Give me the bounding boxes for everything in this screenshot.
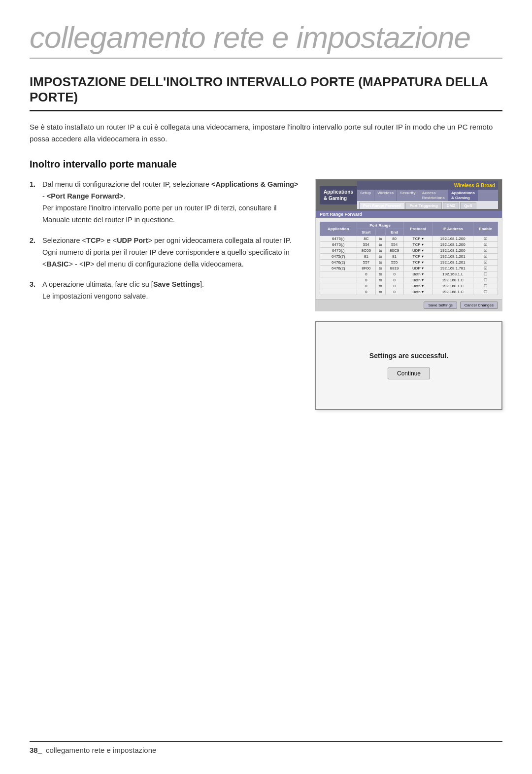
footer-text: collegamento rete e impostazione [46, 746, 156, 754]
step-2: 2. Selezionare <TCP> e <UDP Port> per og… [30, 235, 300, 270]
router-app-gaming-panel: Applications& Gaming [320, 186, 357, 204]
table-row: 0 to 0 Both ▾ 192.168.1.C ☐ [320, 277, 498, 283]
th-ip-address: IP Address [432, 222, 473, 236]
router-brand-bar: Wireless G Broad [357, 181, 498, 190]
subsection-title: Inoltro intervallo porte manuale [30, 159, 502, 170]
success-dialog: Settings are successful. Continue [315, 321, 502, 410]
sub-tab-dmz[interactable]: DMZ [443, 202, 459, 209]
page-title: collegamento rete e impostazione [30, 20, 502, 59]
step-3-content: A operazione ultimata, fare clic su [Sav… [42, 279, 300, 303]
th-port-range: Port Range [357, 222, 403, 229]
th-to [376, 229, 385, 236]
table-row: 6476(2) 8F00 to 8819 UDP ▾ 192.168.1.781… [320, 266, 498, 271]
save-settings-button[interactable]: Save Settings [424, 302, 457, 309]
th-protocol: Protocol [403, 222, 432, 236]
router-brand-text: Wireless G Broad [454, 183, 495, 188]
success-message: Settings are successful. [369, 352, 448, 360]
table-row: 6475(:) 8C to 80 TCP ▾ 192.168.1.200 ☑ [320, 236, 498, 242]
continue-button[interactable]: Continue [388, 368, 430, 379]
nav-tab-setup[interactable]: Setup [357, 190, 374, 201]
nav-tab-security[interactable]: Security [397, 190, 419, 201]
router-footer: Save Settings Cancel Changes [316, 299, 502, 311]
section-title: IMPOSTAZIONE DELL'INOLTRO INTERVALLO POR… [30, 74, 502, 111]
router-sub-tabs: Port Range Forward Port Triggering DMZ Q… [357, 201, 498, 209]
router-ui-screenshot: Applications& Gaming Wireless G Broad Se… [315, 179, 502, 311]
step-1-content: Dal menu di configurazione del router IP… [42, 179, 300, 226]
port-table-wrapper: Application Port Range Protocol IP Addre… [316, 218, 502, 299]
sub-tab-port-range[interactable]: Port Range Forward [359, 202, 404, 209]
page-number: 38_ [30, 746, 42, 754]
content-columns: 1. Dal menu di configurazione del router… [30, 179, 502, 410]
sub-tab-qos[interactable]: QoS [460, 202, 476, 209]
nav-tab-wireless[interactable]: Wireless [374, 190, 397, 201]
step-3-num: 3. [30, 279, 38, 303]
nav-tab-applications[interactable]: Applications& Gaming [448, 190, 478, 201]
step-2-content: Selezionare <TCP> e <UDP Port> per ogni … [42, 235, 300, 270]
table-row: 6475(:) 554 to 554 TCP ▾ 192.168.1.200 ☑ [320, 242, 498, 248]
instructions: 1. Dal menu di configurazione del router… [30, 179, 300, 311]
th-enable: Enable [473, 222, 498, 236]
intro-text: Se è stato installato un router IP a cui… [30, 121, 502, 145]
cancel-changes-button[interactable]: Cancel Changes [460, 302, 498, 309]
page-footer: 38_ collegamento rete e impostazione [30, 741, 502, 754]
table-row: 6476(2) 557 to 555 TCP ▾ 192.168.1.201 ☑ [320, 260, 498, 266]
step-1-num: 1. [30, 179, 38, 226]
step-1: 1. Dal menu di configurazione del router… [30, 179, 300, 226]
router-screenshots: Applications& Gaming Wireless G Broad Se… [315, 179, 502, 410]
port-table: Application Port Range Protocol IP Addre… [320, 222, 498, 295]
table-row: 0 to 0 Both ▾ 192.168.1.L ☐ [320, 271, 498, 277]
port-range-forward-label: Port Range Forward [316, 211, 502, 218]
th-application: Application [320, 222, 357, 236]
table-row: 6475(7) 81 to 81 TCP ▾ 192.168.1.201 ☑ [320, 254, 498, 260]
step-3: 3. A operazione ultimata, fare clic su [… [30, 279, 300, 303]
table-row: 6475(:) 8C00 to 80C9 UDP ▾ 192.168.1.200… [320, 248, 498, 254]
nav-tab-access[interactable]: AccessRestrictions [419, 190, 448, 201]
router-header: Applications& Gaming Wireless G Broad Se… [316, 179, 502, 211]
th-start: Start [357, 229, 376, 236]
table-row: 0 to 0 Both ▾ 192.168.1.C ☐ [320, 283, 498, 289]
table-row: 0 to 0 Both ▾ 192.168.1.C ☐ [320, 289, 498, 295]
th-end: End [385, 229, 403, 236]
port-table-body: 6475(:) 8C to 80 TCP ▾ 192.168.1.200 ☑ 6… [320, 236, 498, 295]
step-2-num: 2. [30, 235, 38, 270]
sub-tab-port-trigger[interactable]: Port Triggering [405, 202, 441, 209]
steps-list: 1. Dal menu di configurazione del router… [30, 179, 300, 303]
router-nav-tabs: Setup Wireless Security AccessRestrictio… [357, 190, 498, 201]
router-nav-area: Wireless G Broad Setup Wireless Security… [357, 181, 498, 209]
